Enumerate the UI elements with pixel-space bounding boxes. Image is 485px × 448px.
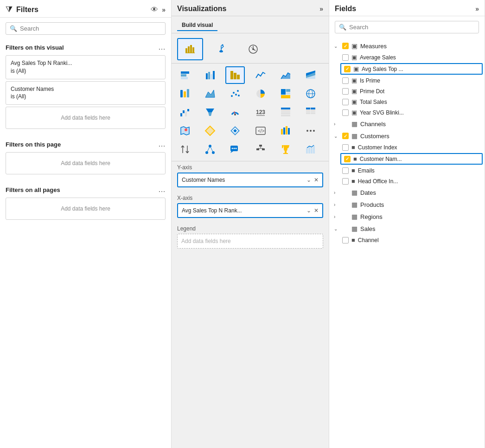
viz-tab-build-visual[interactable]: Build visual xyxy=(177,20,217,31)
y-axis-remove-icon[interactable]: ✕ xyxy=(314,177,319,183)
viz-icon-org-chart[interactable] xyxy=(251,141,270,158)
viz-icon-custom-viz[interactable] xyxy=(276,122,295,140)
svg-point-28 xyxy=(237,90,239,92)
viz-icon-connected-map[interactable] xyxy=(200,141,220,158)
tree-item-prime-dot[interactable]: ▣ Prime Dot xyxy=(329,86,485,96)
viz-icon-bar-chart-selected[interactable] xyxy=(225,66,245,84)
tree-item-average-sales[interactable]: ▣ Average Sales xyxy=(329,52,485,63)
y-axis-chevron-icon[interactable]: ⌄ xyxy=(306,177,311,183)
viz-icon-treemap[interactable] xyxy=(276,85,295,102)
svg-rect-47 xyxy=(281,108,290,109)
tree-item-total-sales[interactable]: ▣ Total Sales xyxy=(329,96,485,107)
is-prime-checkbox[interactable] xyxy=(342,77,349,84)
viz-icon-waterfall[interactable] xyxy=(175,103,195,121)
y-axis-field[interactable]: Customer Names ⌄ ✕ xyxy=(177,173,323,187)
tree-group-sales[interactable]: ⌄ ▦ Sales xyxy=(329,223,485,235)
filters-search-input[interactable] xyxy=(20,25,161,32)
filters-search-icon: 🔍 xyxy=(10,25,17,32)
viz-icon-arrows[interactable] xyxy=(225,122,245,140)
viz-icon-kpi[interactable]: 123 xyxy=(251,103,270,121)
filters-all-pages-menu[interactable]: … xyxy=(158,186,166,194)
filters-search-box[interactable]: 🔍 xyxy=(6,22,166,35)
viz-icon-matrix[interactable] xyxy=(301,103,320,121)
x-axis-chevron-icon[interactable]: ⌄ xyxy=(306,207,311,214)
viz-icon-code[interactable]: </> xyxy=(251,122,270,140)
viz-icon-trophy[interactable] xyxy=(276,141,295,158)
viz-icon-more[interactable] xyxy=(301,122,320,140)
filters-this-page-menu[interactable]: … xyxy=(158,140,166,148)
year-svg-checkbox[interactable] xyxy=(342,109,349,116)
svg-rect-92 xyxy=(311,147,313,154)
tree-item-year-svg[interactable]: ▣ Year SVG Blinki... xyxy=(329,107,485,118)
viz-icon-pie[interactable] xyxy=(251,85,270,102)
x-axis-remove-icon[interactable]: ✕ xyxy=(314,207,319,214)
channel-checkbox[interactable] xyxy=(342,237,349,243)
emails-checkbox[interactable] xyxy=(342,167,349,174)
svg-point-79 xyxy=(232,148,233,149)
viz-icon-arrow-up-down[interactable] xyxy=(175,141,195,158)
eye-icon[interactable]: 👁 xyxy=(151,6,158,14)
viz-icon-clustered-bar[interactable] xyxy=(200,66,220,84)
fields-search-box[interactable]: 🔍 xyxy=(335,21,479,33)
filter-card-customer-names-line1: Customer Names xyxy=(11,85,160,93)
x-axis-field[interactable]: Avg Sales Top N Rank... ⌄ ✕ xyxy=(177,203,323,218)
customer-name-checkbox[interactable] xyxy=(344,156,351,162)
legend-placeholder: Add data fields here xyxy=(177,234,323,249)
svg-rect-31 xyxy=(281,89,286,95)
total-sales-checkbox[interactable] xyxy=(342,99,349,105)
viz-icon-line-chart[interactable] xyxy=(251,66,270,84)
viz-icon-mountain[interactable] xyxy=(200,85,220,102)
y-axis-section: Y-axis Customer Names ⌄ ✕ xyxy=(172,161,329,189)
tree-group-customers[interactable]: ⌄ ▦ Customers xyxy=(329,130,485,142)
viz-icon-area-chart[interactable] xyxy=(276,66,295,84)
viz-icon-diamond[interactable] xyxy=(200,122,220,140)
tree-group-measures[interactable]: ⌄ ▣ Measures xyxy=(329,40,485,52)
viz-icon-gauge[interactable] xyxy=(225,103,245,121)
viz-icon-scatter[interactable] xyxy=(225,85,245,102)
head-office-checkbox[interactable] xyxy=(342,178,349,185)
customers-checkbox[interactable] xyxy=(342,133,349,139)
fields-expand-icon[interactable]: » xyxy=(475,5,479,13)
tree-item-avg-sales-top[interactable]: ▣ Avg Sales Top ... xyxy=(340,63,483,75)
viz-icon-chat[interactable] xyxy=(225,141,245,158)
tree-item-channel[interactable]: ■ Channel xyxy=(329,235,485,245)
prime-dot-checkbox[interactable] xyxy=(342,88,349,95)
filter-card-avg-sales[interactable]: Avg Sales Top N Ranki... is (All) xyxy=(6,55,166,79)
tree-group-dates[interactable]: › ▦ Dates xyxy=(329,186,485,198)
tree-item-head-office[interactable]: ■ Head Office In... xyxy=(329,176,485,186)
viz-icon-analytics[interactable] xyxy=(240,38,266,60)
viz-icon-funnel[interactable] xyxy=(200,103,220,121)
tree-item-emails[interactable]: ■ Emails xyxy=(329,165,485,176)
viz-expand-icon[interactable]: » xyxy=(319,5,323,13)
viz-icon-bar-chart[interactable] xyxy=(177,38,203,60)
customer-index-checkbox[interactable] xyxy=(342,144,349,151)
viz-icon-globe[interactable] xyxy=(301,85,320,102)
fields-header: Fields » xyxy=(329,0,485,16)
viz-icon-stacked-bar[interactable] xyxy=(175,66,195,84)
tree-group-regions[interactable]: › ▦ Regions xyxy=(329,211,485,223)
tree-item-is-prime[interactable]: ▣ Is Prime xyxy=(329,75,485,86)
filters-this-visual-menu[interactable]: … xyxy=(158,43,166,51)
tree-group-products[interactable]: › ▦ Products xyxy=(329,198,485,211)
svg-rect-11 xyxy=(208,72,210,79)
channel-icon: ■ xyxy=(351,237,355,243)
tree-item-customer-index[interactable]: ■ Customer Index xyxy=(329,142,485,153)
year-svg-icon: ▣ xyxy=(351,109,357,116)
viz-icon-stacked-area[interactable] xyxy=(301,66,320,84)
tree-group-channels[interactable]: › ▦ Channels xyxy=(329,118,485,130)
filters-panel: ⧩ Filters 👁 » 🔍 Filters on this visual …… xyxy=(0,0,172,448)
filter-card-customer-names[interactable]: Customer Names is (All) xyxy=(6,81,166,105)
filters-expand-icon[interactable]: » xyxy=(162,6,166,13)
fields-search-input[interactable] xyxy=(349,24,475,31)
avg-sales-top-checkbox[interactable] xyxy=(344,66,351,72)
measures-checkbox[interactable] xyxy=(342,43,349,49)
svg-rect-89 xyxy=(283,153,288,154)
viz-icon-map-fill[interactable] xyxy=(175,122,195,140)
viz-icon-format[interactable] xyxy=(209,38,235,60)
viz-icon-table[interactable] xyxy=(276,103,295,121)
average-sales-checkbox[interactable] xyxy=(342,54,349,61)
viz-icon-bar-with-line[interactable] xyxy=(301,141,320,158)
viz-icon-ribbon[interactable] xyxy=(175,85,195,102)
viz-icon-grid: 123 </> xyxy=(172,64,329,161)
tree-item-customer-name[interactable]: ■ Customer Nam... xyxy=(340,153,483,165)
